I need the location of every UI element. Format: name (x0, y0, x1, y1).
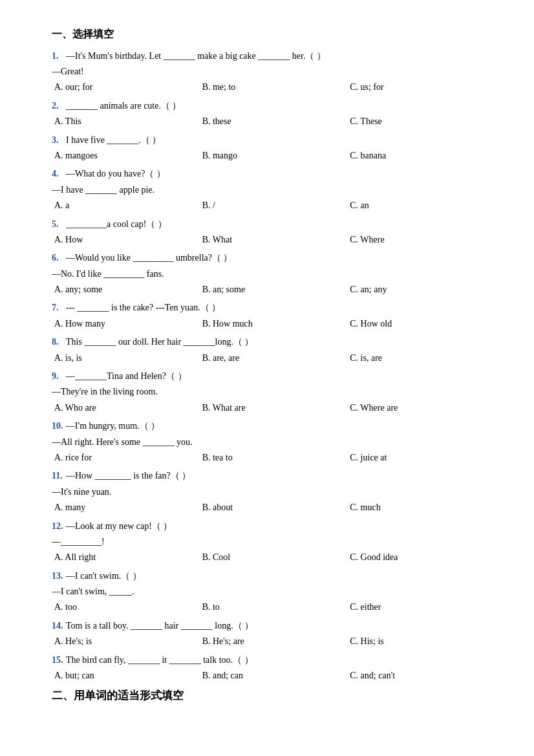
q4-option-b: B. / (200, 199, 348, 213)
q1-options: A. our; for B. me; to C. us; for (52, 80, 495, 94)
q7-option-a: A. How many (52, 317, 200, 331)
section1-title: 一、选择填空 (52, 26, 495, 43)
question-14: 14. Tom is a tall boy. _______ hair ____… (52, 619, 495, 649)
q10-num: 10. (52, 419, 63, 433)
q3-option-c: C. banana (347, 149, 495, 163)
q9-options: A. Who are B. What are C. Where are (52, 401, 495, 415)
question-15: 15. The bird can fly, _______ it _______… (52, 653, 495, 684)
q4-continuation2: —I have _______ apple pie. (52, 183, 495, 197)
question-8: 8. This _______ our doll. Her hair _____… (52, 335, 495, 365)
q14-option-b: B. He's; are (200, 634, 348, 649)
q14-options: A. He's; is B. He's; are C. His; is (52, 634, 495, 649)
q3-num: 3. (52, 133, 63, 147)
q10-text: —I'm hungry, mum.（ ） (66, 419, 495, 433)
q6-option-c: C. an; any (347, 283, 495, 297)
q4-text: —What do you have?（ ） (66, 167, 495, 181)
q4-options: A. a B. / C. an (52, 199, 495, 213)
q7-text: --- _______ is the cake? ---Ten yuan.（ ） (66, 301, 495, 315)
question-6: 6. —Would you like _________ umbrella?（ … (52, 251, 495, 297)
q8-option-b: B. are, are (200, 351, 348, 365)
question-12: 12. —Look at my new cap!（ ） —_________! … (52, 519, 495, 565)
q13-option-c: C. either (347, 600, 495, 614)
q1-option-a: A. our; for (52, 80, 200, 94)
q6-text: —Would you like _________ umbrella?（ ） (66, 251, 495, 265)
q15-option-a: A. but; can (52, 669, 200, 683)
question-1: 1. —It's Mum's birthday. Let _______ mak… (52, 49, 495, 95)
q6-option-a: A. any; some (52, 283, 200, 297)
q4-option-a: A. a (52, 199, 200, 213)
question-9: 9. —_______Tina and Helen?（ ） —They're i… (52, 369, 495, 415)
q1-num: 1. (52, 49, 63, 63)
question-7: 7. --- _______ is the cake? ---Ten yuan.… (52, 301, 495, 331)
q4-num: 4. (52, 167, 63, 181)
q3-option-a: A. mangoes (52, 149, 200, 163)
section2-title: 二、用单词的适当形式填空 (52, 687, 495, 704)
q10-option-a: A. rice for (52, 451, 200, 465)
q3-option-b: B. mango (200, 149, 348, 163)
q9-option-b: B. What are (200, 401, 348, 415)
q15-option-c: C. and; can't (347, 669, 495, 683)
q5-option-a: A. How (52, 233, 200, 247)
q11-text: —How ________ is the fan?（ ） (66, 469, 495, 483)
q8-option-a: A. is, is (52, 351, 200, 365)
q8-num: 8. (52, 335, 63, 349)
q2-num: 2. (52, 99, 63, 113)
q15-options: A. but; can B. and; can C. and; can't (52, 669, 495, 683)
q11-option-b: B. about (200, 501, 348, 515)
question-4: 4. —What do you have?（ ） —I have _______… (52, 167, 495, 213)
q3-text: I have five _______.（ ） (66, 133, 495, 147)
q7-num: 7. (52, 301, 63, 315)
q7-option-b: B. How much (200, 317, 348, 331)
q12-option-c: C. Good idea (347, 550, 495, 565)
q12-num: 12. (52, 519, 63, 534)
q12-option-a: A. All right (52, 550, 200, 565)
q15-option-b: B. and; can (200, 669, 348, 683)
q2-option-c: C. These (347, 114, 495, 129)
q5-option-c: C. Where (347, 233, 495, 247)
q11-continuation: —It's nine yuan. (52, 485, 495, 499)
q14-text: Tom is a tall boy. _______ hair _______ … (66, 619, 495, 633)
q2-options: A. This B. these C. These (52, 114, 495, 129)
questions-container: 1. —It's Mum's birthday. Let _______ mak… (52, 49, 495, 684)
q2-text: _______ animals are cute.（ ） (66, 99, 495, 113)
q8-text: This _______ our doll. Her hair _______l… (66, 335, 495, 349)
q2-option-a: A. This (52, 114, 200, 129)
q14-option-c: C. His; is (347, 634, 495, 649)
q8-option-c: C. is, are (347, 351, 495, 365)
q13-option-a: A. too (52, 600, 200, 614)
q14-num: 14. (52, 619, 63, 633)
q5-num: 5. (52, 217, 63, 232)
q7-options: A. How many B. How much C. How old (52, 317, 495, 331)
q6-continuation: —No. I'd like _________ fans. (52, 267, 495, 281)
q3-options: A. mangoes B. mango C. banana (52, 149, 495, 163)
q11-option-c: C. much (347, 501, 495, 515)
q10-option-c: C. juice at (347, 451, 495, 465)
question-2: 2. _______ animals are cute.（ ） A. This … (52, 99, 495, 129)
q9-num: 9. (52, 369, 63, 383)
q12-options: A. All right B. Cool C. Good idea (52, 550, 495, 565)
q12-option-b: B. Cool (200, 550, 348, 565)
q11-options: A. many B. about C. much (52, 501, 495, 515)
q4-option-c: C. an (347, 199, 495, 213)
question-5: 5. _________a cool cap!（ ） A. How B. Wha… (52, 217, 495, 248)
q9-option-c: C. Where are (347, 401, 495, 415)
q13-text: —I can't swim.（ ） (66, 569, 495, 583)
q8-options: A. is, is B. are, are C. is, are (52, 351, 495, 365)
q11-option-a: A. many (52, 501, 200, 515)
q5-text: _________a cool cap!（ ） (66, 217, 495, 232)
q13-options: A. too B. to C. either (52, 600, 495, 614)
q15-text: The bird can fly, _______ it _______ tal… (66, 653, 495, 667)
q9-continuation: —They're in the living room. (52, 385, 495, 399)
q11-num: 11. (52, 469, 63, 483)
q1-option-c: C. us; for (347, 80, 495, 94)
q14-option-a: A. He's; is (52, 634, 200, 649)
q13-num: 13. (52, 569, 63, 583)
q10-continuation: —All right. Here's some _______ you. (52, 435, 495, 449)
q5-option-b: B. What (200, 233, 348, 247)
q6-option-b: B. an; some (200, 283, 348, 297)
q9-text: —_______Tina and Helen?（ ） (66, 369, 495, 383)
q10-option-b: B. tea to (200, 451, 348, 465)
q10-options: A. rice for B. tea to C. juice at (52, 451, 495, 465)
q6-options: A. any; some B. an; some C. an; any (52, 283, 495, 297)
q13-option-b: B. to (200, 600, 348, 614)
